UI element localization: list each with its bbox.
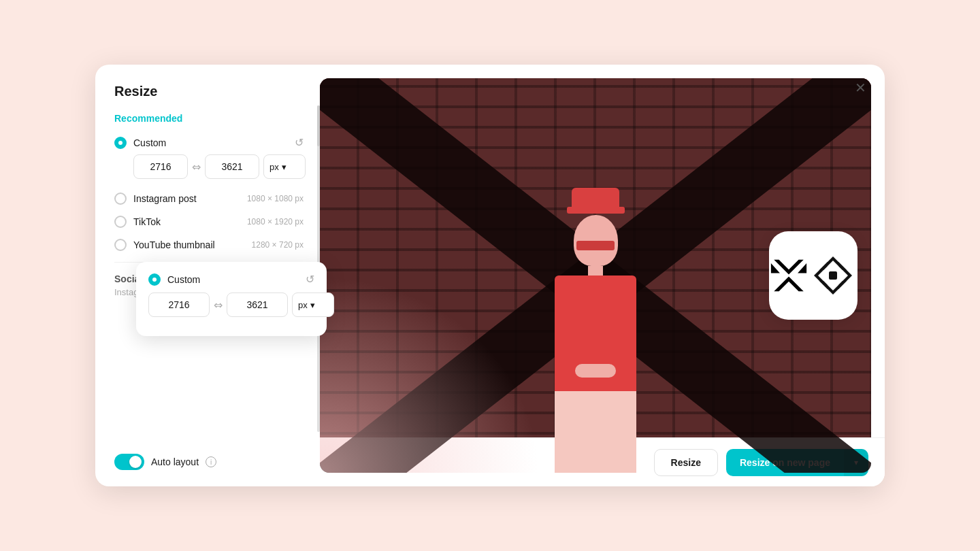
floating-custom-card: Custom ↺ ⇔ px ▾ <box>136 262 327 336</box>
auto-layout-info-icon[interactable]: i <box>206 456 216 467</box>
unit-dropdown[interactable]: px ▾ <box>263 154 306 179</box>
floating-dimension-row: ⇔ px ▾ <box>148 293 314 317</box>
dimension-separator: ⇔ <box>192 161 201 173</box>
tiktok-radio[interactable] <box>114 216 127 228</box>
custom-radio[interactable] <box>114 137 127 149</box>
floating-unit-label: px <box>298 300 308 310</box>
floating-separator: ⇔ <box>214 299 223 312</box>
person-glasses <box>576 241 615 250</box>
person-figure <box>555 188 636 473</box>
instagram-option-label: Instagram post <box>133 193 247 204</box>
light-corner <box>320 276 540 473</box>
floating-custom-radio[interactable] <box>148 273 161 286</box>
capcup-icon <box>808 251 858 300</box>
close-icon: ✕ <box>855 80 866 96</box>
floating-height-input[interactable] <box>227 293 288 317</box>
right-panel <box>320 65 885 486</box>
tiktok-option-label: TikTok <box>133 216 247 227</box>
scrollbar-thumb[interactable] <box>317 105 320 146</box>
instagram-option-size: 1080 × 1080 px <box>247 194 304 203</box>
svg-marker-2 <box>771 263 780 273</box>
custom-option-label: Custom <box>133 137 295 148</box>
youtube-radio[interactable] <box>114 239 127 251</box>
close-button[interactable]: ✕ <box>849 77 871 99</box>
person-legs <box>555 391 636 473</box>
dimension-row: ⇔ px ▾ <box>133 154 304 179</box>
tiktok-option-size: 1080 × 1920 px <box>247 217 304 227</box>
instagram-option-row[interactable]: Instagram post 1080 × 1080 px <box>114 187 304 210</box>
instagram-radio[interactable] <box>114 193 127 205</box>
preview-image-container <box>320 78 871 473</box>
floating-custom-label: Custom <box>167 274 306 285</box>
svg-marker-3 <box>798 263 806 273</box>
person-hat-top <box>572 188 619 208</box>
person-body <box>555 276 636 391</box>
person-hat-brim <box>567 207 625 214</box>
auto-layout-toggle[interactable] <box>114 454 144 470</box>
unit-label: px <box>270 162 279 172</box>
floating-refresh-icon[interactable]: ↺ <box>306 273 314 286</box>
resize-modal: ✕ Resize Recommended Custom ↺ ⇔ px ▾ Ins… <box>95 65 885 486</box>
person-head <box>574 215 618 266</box>
capcup-logo-svg <box>769 248 808 303</box>
height-input[interactable] <box>205 154 259 179</box>
floating-unit-dropdown[interactable]: px ▾ <box>292 293 334 317</box>
youtube-option-row[interactable]: YouTube thumbnail 1280 × 720 px <box>114 233 304 256</box>
person-hands <box>575 364 616 378</box>
recommended-section-label: Recommended <box>114 113 304 124</box>
capcup-icon-wrapper <box>808 251 858 300</box>
svg-rect-5 <box>829 271 837 280</box>
panel-title: Resize <box>114 84 304 99</box>
person-neck <box>588 266 603 276</box>
auto-layout-label: Auto layout <box>151 456 199 467</box>
floating-custom-row[interactable]: Custom ↺ <box>148 273 314 286</box>
custom-option-row[interactable]: Custom ↺ <box>114 131 304 154</box>
youtube-option-label: YouTube thumbnail <box>133 239 252 250</box>
photo-scene <box>320 78 871 473</box>
auto-layout-row: Auto layout i <box>114 443 304 470</box>
tiktok-option-row[interactable]: TikTok 1080 × 1920 px <box>114 210 304 233</box>
youtube-option-size: 1280 × 720 px <box>252 240 304 250</box>
width-input[interactable] <box>133 154 188 179</box>
capcup-logo-card <box>769 231 858 320</box>
refresh-icon[interactable]: ↺ <box>295 136 304 149</box>
floating-unit-chevron-icon: ▾ <box>310 300 315 310</box>
unit-chevron-icon: ▾ <box>282 162 287 172</box>
floating-width-input[interactable] <box>148 293 210 317</box>
